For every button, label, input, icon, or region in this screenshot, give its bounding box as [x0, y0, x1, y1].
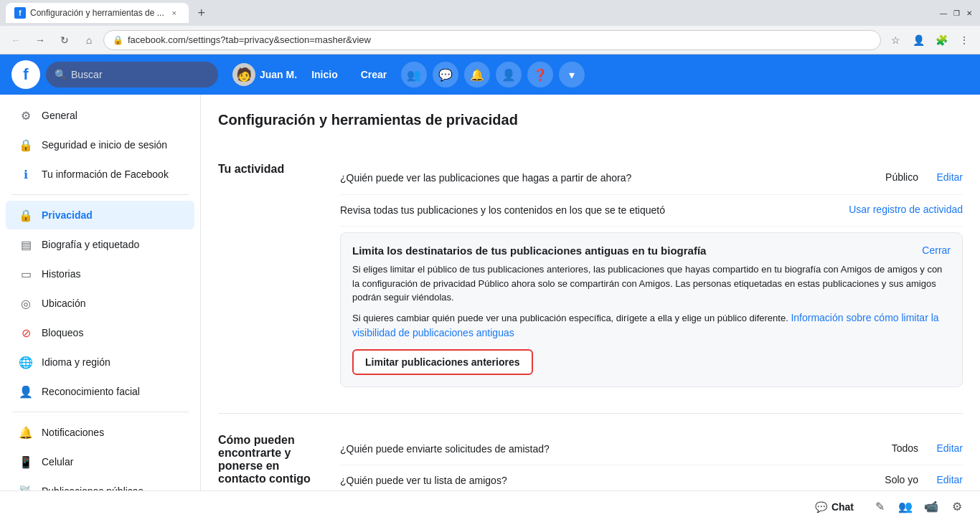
sidebar-item-privacidad[interactable]: 🔒 Privacidad: [6, 201, 194, 229]
sidebar-item-label: Seguridad e inicio de sesión: [42, 138, 167, 151]
chat-label: Chat: [831, 501, 854, 513]
amigos-edit: Editar: [927, 474, 963, 485]
facebook-logo[interactable]: f: [11, 60, 40, 89]
browser-tab[interactable]: f Configuración y herramientas de ... ×: [6, 3, 189, 23]
notifications-icon[interactable]: 🔔: [464, 62, 490, 87]
sidebar-item-historias[interactable]: ▭ Historias: [6, 260, 194, 288]
extension-icon[interactable]: 🧩: [931, 30, 951, 50]
setting-desc-actividad: Revisa todas tus publicaciones y los con…: [340, 204, 825, 218]
limit-text-2: Si quieres cambiar quién puede ver una p…: [352, 310, 951, 341]
back-button[interactable]: ←: [6, 30, 26, 50]
limit-section-title: Limita los destinatarios de tus publicac…: [352, 245, 951, 257]
page-title: Configuración y herramientas de privacid…: [218, 112, 963, 128]
close-tab-button[interactable]: ×: [169, 7, 180, 19]
setting-desc: ¿Quién puede ver las publicaciones que h…: [340, 171, 845, 186]
chat-bar: 💬 Chat ✎ 👥 📹 ⚙: [0, 490, 980, 522]
sidebar-item-label: Tu información de Facebook: [42, 168, 169, 181]
toolbar-icons: ☆ 👤 🧩 ⋮: [885, 30, 974, 50]
friends-icon[interactable]: 👥: [401, 62, 427, 87]
sidebar-item-general[interactable]: ⚙ General: [6, 101, 194, 130]
search-bar[interactable]: 🔍: [46, 62, 218, 87]
user-avatar: 🧑: [232, 63, 255, 86]
biography-icon: ▤: [17, 236, 34, 253]
url-text: facebook.com/settings?tab=privacy&sectio…: [128, 34, 371, 45]
edit-solicitudes-link[interactable]: Editar: [936, 442, 963, 454]
home-button[interactable]: ⌂: [79, 30, 99, 50]
security-icon: 🔒: [17, 136, 34, 153]
sidebar-divider: [11, 194, 189, 195]
block-icon: ⊘: [17, 324, 34, 341]
maximize-button[interactable]: ❐: [951, 8, 961, 18]
sidebar-item-celular[interactable]: 📱 Celular: [6, 447, 194, 476]
tab-favicon: f: [14, 7, 26, 19]
search-icon: 🔍: [55, 69, 67, 80]
forward-button[interactable]: →: [30, 30, 50, 50]
sidebar-item-biografia[interactable]: ▤ Biografía y etiquetado: [6, 230, 194, 259]
reload-button[interactable]: ↻: [55, 30, 75, 50]
close-window-button[interactable]: ✕: [964, 8, 974, 18]
user-profile[interactable]: 🧑 Juan M.: [232, 63, 297, 86]
lock-icon: 🔒: [113, 35, 123, 45]
setting-text: ¿Quién puede ver las publicaciones que h…: [340, 171, 845, 186]
chat-button[interactable]: 💬 Chat: [806, 497, 862, 517]
activity-log-link[interactable]: Usar registro de actividad: [849, 204, 963, 215]
messenger-icon[interactable]: 💬: [433, 62, 458, 87]
setting-desc-solicitudes: ¿Quién puede enviarte solicitudes de ami…: [340, 442, 845, 457]
amigos-question: ¿Quién puede ver tu lista de amigos?: [340, 474, 845, 488]
search-input[interactable]: [71, 69, 209, 80]
setting-row-actividad: Revisa todas tus publicaciones y los con…: [340, 195, 963, 227]
groups-icon[interactable]: 👤: [496, 62, 522, 87]
nav-inicio[interactable]: Inicio: [303, 65, 347, 85]
sidebar-item-label: Ubicación: [42, 297, 85, 310]
language-icon: 🌐: [17, 353, 34, 371]
sidebar-item-tu-informacion[interactable]: ℹ Tu información de Facebook: [6, 160, 194, 189]
sidebar-item-label: General: [42, 109, 77, 122]
sidebar-item-label: Historias: [42, 267, 80, 280]
nav-crear[interactable]: Crear: [352, 65, 396, 85]
profile-icon[interactable]: 👤: [908, 30, 928, 50]
sidebar-item-ubicacion[interactable]: ◎ Ubicación: [6, 289, 194, 318]
bookmark-icon[interactable]: ☆: [885, 30, 905, 50]
mobile-icon: 📱: [17, 453, 34, 470]
sidebar-item-label: Notificaciones: [42, 426, 104, 439]
chat-bar-icons: ✎ 👥 📹 ⚙: [868, 495, 969, 518]
edit-amigos-link[interactable]: Editar: [936, 474, 963, 485]
notifications-menu-icon: 🔔: [17, 424, 34, 441]
limit-btn-wrapper: Limitar publicaciones anteriores: [352, 349, 951, 375]
nav-right: 🧑 Juan M. Inicio Crear 👥 💬 🔔 👤 ❓ ▾: [232, 62, 585, 87]
window-controls: — ❐ ✕: [938, 8, 974, 18]
limit-text-1: Si eliges limitar el público de tus publ…: [352, 262, 951, 305]
close-limit-link[interactable]: Cerrar: [922, 245, 951, 256]
sidebar-item-security[interactable]: 🔒 Seguridad e inicio de sesión: [6, 130, 194, 159]
edit-publicaciones-link[interactable]: Editar: [936, 171, 963, 183]
limit-posts-button[interactable]: Limitar publicaciones anteriores: [352, 349, 533, 375]
sidebar-item-bloqueos[interactable]: ⊘ Bloqueos: [6, 318, 194, 347]
sidebar-item-label: Biografía y etiquetado: [42, 238, 139, 251]
setting-edit: Editar: [927, 171, 963, 183]
privacy-icon: 🔒: [17, 207, 34, 224]
help-icon[interactable]: ❓: [527, 62, 553, 87]
page-layout: ⚙ General 🔒 Seguridad e inicio de sesión…: [0, 95, 980, 522]
amigos-value: Solo yo: [854, 474, 918, 485]
compose-icon[interactable]: ✎: [868, 495, 891, 518]
sidebar-item-idioma[interactable]: 🌐 Idioma y región: [6, 348, 194, 376]
chat-settings-icon[interactable]: ⚙: [946, 495, 969, 518]
sidebar-item-notificaciones[interactable]: 🔔 Notificaciones: [6, 418, 194, 447]
video-call-icon[interactable]: 📹: [920, 495, 943, 518]
menu-icon[interactable]: ⋮: [954, 30, 974, 50]
setting-value: Público: [854, 171, 918, 183]
solicitudes-value: Todos: [854, 442, 918, 454]
new-tab-button[interactable]: +: [192, 3, 212, 23]
dropdown-icon[interactable]: ▾: [559, 62, 585, 87]
minimize-button[interactable]: —: [938, 8, 948, 18]
sidebar-item-reconocimiento[interactable]: 👤 Reconocimiento facial: [6, 377, 194, 406]
sidebar-item-label: Celular: [42, 455, 73, 468]
info-icon: ℹ: [17, 166, 34, 183]
facebook-header: f 🔍 🧑 Juan M. Inicio Crear 👥 💬 🔔 👤 ❓ ▾: [0, 54, 980, 95]
location-icon: ◎: [17, 295, 34, 312]
url-bar[interactable]: 🔒 facebook.com/settings?tab=privacy&sect…: [103, 30, 881, 50]
setting-text-actividad: Revisa todas tus publicaciones y los con…: [340, 204, 825, 218]
tu-actividad-title: Tu actividad: [218, 163, 340, 176]
sidebar: ⚙ General 🔒 Seguridad e inicio de sesión…: [0, 95, 201, 522]
contacts-icon[interactable]: 👥: [894, 495, 917, 518]
